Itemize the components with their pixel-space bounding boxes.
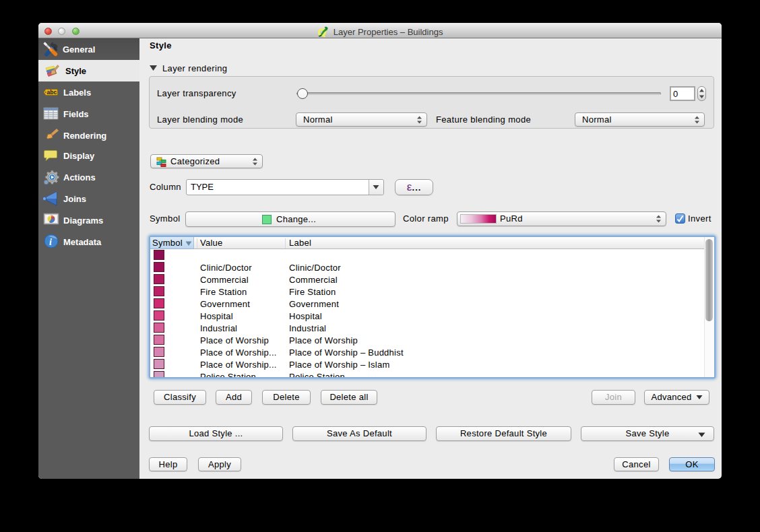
- svg-text:i: i: [49, 237, 52, 247]
- svg-text:abc: abc: [47, 89, 57, 96]
